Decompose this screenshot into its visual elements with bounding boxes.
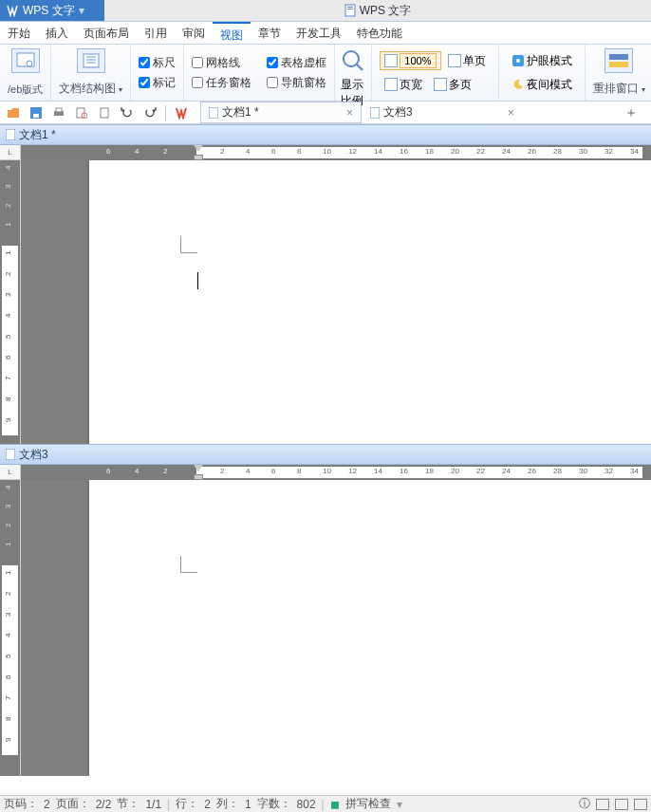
svg-rect-21: [101, 108, 108, 118]
svg-line-10: [357, 65, 363, 70]
svg-point-9: [344, 51, 359, 66]
rearrange-windows-icon: [604, 48, 633, 73]
ribbon-group-outline[interactable]: 文档结构图 ▾: [51, 45, 131, 101]
wps-home-icon[interactable]: [174, 105, 189, 120]
check-标记[interactable]: 标记: [139, 75, 176, 91]
check-表格虚框[interactable]: 表格虚框: [267, 55, 326, 71]
moon-icon: [512, 78, 525, 91]
svg-rect-2: [347, 9, 353, 9]
page-width-icon: [384, 78, 398, 91]
view-checks-col2: 网格线任务窗格: [184, 45, 259, 101]
menu-1[interactable]: 插入: [38, 22, 76, 44]
view-checks-col3: 表格虚框导航窗格: [259, 45, 335, 101]
brand-dropdown-icon[interactable]: ▾: [79, 4, 84, 17]
webmode-icon: [11, 48, 40, 73]
menu-6[interactable]: 章节: [251, 22, 288, 44]
document-icon: [6, 129, 15, 140]
save-icon[interactable]: [28, 105, 44, 120]
menu-2[interactable]: 页面布局: [76, 22, 137, 44]
single-page-button[interactable]: 单页: [443, 51, 491, 71]
ribbon: /eb版式 文档结构图 ▾ 标尺标记 网格线任务窗格 表格虚框导航窗格 显示比例…: [0, 45, 651, 102]
print-icon[interactable]: [51, 105, 66, 120]
view-mode-1-icon[interactable]: [596, 799, 609, 810]
ribbon-group-webmode[interactable]: /eb版式: [0, 45, 51, 101]
app-brand-text: WPS 文字: [23, 3, 75, 19]
eye-icon: [512, 54, 525, 67]
check-任务窗格[interactable]: 任务窗格: [192, 75, 251, 91]
svg-rect-13: [609, 54, 628, 60]
quick-access-toolbar: 文档1 *×文档3× ＋: [0, 102, 651, 124]
svg-rect-24: [6, 129, 15, 140]
pane2-body: L432112345678964224681012141618202224262…: [0, 465, 651, 776]
zoom-100-button[interactable]: 100%: [380, 51, 440, 70]
view-mode-2-icon[interactable]: [615, 799, 628, 810]
zoom-box-icon: [384, 54, 398, 67]
doc-tab-1[interactable]: 文档3×: [362, 102, 523, 123]
night-mode-button[interactable]: 夜间模式: [507, 75, 577, 95]
page-canvas[interactable]: [21, 480, 651, 776]
status-info-icon[interactable]: ⓘ: [579, 796, 590, 812]
text-caret: [197, 272, 198, 289]
new-tab-button[interactable]: ＋: [617, 102, 645, 123]
menu-4[interactable]: 审阅: [175, 22, 213, 44]
outline-icon: [77, 48, 105, 73]
print-preview-icon[interactable]: [74, 105, 89, 120]
doc-type-icon: [344, 4, 356, 17]
pane2-title: 文档3: [19, 447, 48, 463]
check-标尺[interactable]: 标尺: [139, 55, 176, 71]
document-icon: [6, 449, 15, 460]
svg-point-12: [516, 59, 520, 63]
check-网格线[interactable]: 网格线: [192, 55, 251, 71]
spellcheck-toggle[interactable]: 拼写检查: [345, 796, 391, 812]
tab-close-icon[interactable]: ×: [508, 106, 514, 120]
menubar: 开始插入页面布局引用审阅视图章节开发工具特色功能: [0, 22, 651, 45]
menu-8[interactable]: 特色功能: [349, 22, 410, 44]
page-canvas[interactable]: [21, 160, 651, 444]
tab-close-icon[interactable]: ×: [346, 106, 353, 120]
svg-rect-0: [345, 5, 355, 16]
spellcheck-indicator-icon: ◼: [330, 798, 340, 811]
display-mode-buttons: 护眼模式 夜间模式: [499, 45, 586, 101]
svg-rect-18: [56, 108, 62, 112]
page-width-button[interactable]: 页宽: [380, 75, 427, 95]
page-view-buttons: 100% 单页 页宽 多页: [372, 45, 498, 101]
paste-icon[interactable]: [97, 105, 112, 120]
pane1-title-bar: 文档1 *: [0, 124, 651, 145]
menu-7[interactable]: 开发工具: [288, 22, 349, 44]
svg-rect-1: [347, 7, 353, 8]
eye-care-mode-button[interactable]: 护眼模式: [507, 51, 577, 71]
svg-rect-14: [609, 62, 628, 67]
magnifier-icon[interactable]: [341, 48, 365, 73]
svg-rect-23: [370, 107, 380, 119]
view-mode-3-icon[interactable]: [634, 799, 647, 810]
app-brand-bar: WPS 文字 ▾: [0, 0, 104, 21]
status-bar: 页码：2 页面：2/2 节：1/1 | 行：2 列：1 字数：802 | ◼ 拼…: [0, 795, 651, 812]
page-icon: [448, 54, 461, 67]
doc-tab-0[interactable]: 文档1 *×: [200, 102, 362, 123]
svg-rect-3: [17, 53, 34, 66]
pane2-title-bar: 文档3: [0, 444, 651, 465]
document-tabs: 文档1 *×文档3×: [200, 102, 609, 123]
multi-page-button[interactable]: 多页: [429, 75, 476, 95]
svg-rect-25: [6, 449, 15, 460]
svg-rect-5: [84, 54, 99, 67]
window-title: WPS 文字: [360, 3, 412, 19]
view-checks-col1: 标尺标记: [131, 45, 184, 101]
menu-0[interactable]: 开始: [0, 22, 38, 44]
pane1-title: 文档1 *: [19, 127, 56, 143]
menu-3[interactable]: 引用: [137, 22, 175, 44]
multipage-icon: [434, 78, 447, 91]
check-导航窗格[interactable]: 导航窗格: [267, 75, 326, 91]
wps-logo-icon: [6, 4, 19, 17]
svg-rect-22: [209, 107, 218, 119]
ribbon-group-rearrange[interactable]: 重排窗口 ▾: [586, 45, 652, 101]
pane1-body: L432112345678964224681012141618202224262…: [0, 145, 651, 444]
svg-rect-16: [33, 114, 39, 118]
redo-icon[interactable]: [142, 105, 158, 120]
ribbon-group-zoom: 显示比例: [335, 45, 372, 101]
menu-5[interactable]: 视图: [213, 22, 251, 44]
undo-icon[interactable]: [120, 105, 135, 120]
open-icon[interactable]: [6, 105, 21, 120]
